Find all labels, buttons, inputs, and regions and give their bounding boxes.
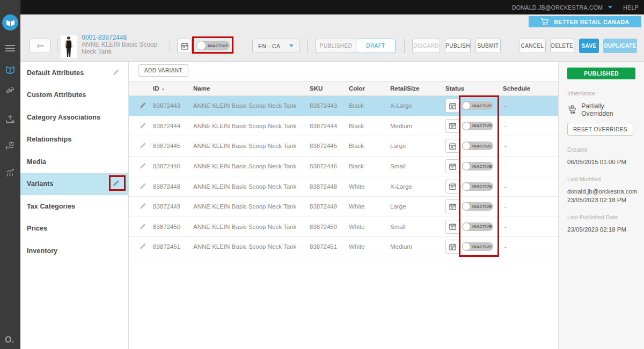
column-header-color[interactable]: Color	[349, 85, 365, 92]
cell-name: ANNE KLEIN Basic Scoop Neck Tank	[193, 224, 296, 230]
sidebar-item-default-attributes[interactable]: Default Attributes	[20, 62, 128, 84]
language-select[interactable]: EN - CA	[252, 39, 299, 53]
table-row[interactable]: 83872444ANNE KLEIN Basic Scoop Neck Tank…	[129, 116, 558, 137]
column-header-retailsize[interactable]: RetailSize	[390, 85, 419, 92]
table-row[interactable]: 83872449ANNE KLEIN Basic Scoop Neck Tank…	[129, 197, 558, 217]
edit-variant-icon[interactable]	[140, 222, 147, 231]
reset-overrides-button[interactable]: RESET OVERRIDES	[567, 123, 633, 136]
toggle-label: INACTIVE	[472, 103, 492, 108]
pencil-icon	[140, 182, 147, 189]
variant-schedule-calendar-button[interactable]	[445, 180, 459, 194]
cancel-button[interactable]: CANCEL	[519, 39, 546, 53]
variant-schedule-calendar-button[interactable]	[445, 240, 459, 254]
table-row[interactable]: 83872443ANNE KLEIN Basic Scoop Neck Tank…	[129, 96, 558, 116]
publish-button[interactable]: PUBLISH	[445, 39, 471, 53]
back-button[interactable]: ⇦	[30, 39, 51, 53]
variant-schedule-calendar-button[interactable]	[445, 119, 459, 133]
variant-status-toggle[interactable]: INACTIVE	[462, 162, 493, 170]
cell-name: ANNE KLEIN Basic Scoop Neck Tank	[193, 243, 296, 250]
variant-status-toggle[interactable]: INACTIVE	[462, 182, 493, 191]
sidebar-item-category-associations[interactable]: Category Associations	[20, 106, 128, 129]
sidebar-item-variants[interactable]: Variants	[20, 173, 128, 196]
table-row[interactable]: 83872448ANNE KLEIN Basic Scoop Neck Tank…	[129, 176, 558, 197]
sidebar-item-relationships[interactable]: Relationships	[20, 129, 128, 151]
edit-variant-icon[interactable]	[140, 122, 147, 130]
product-schedule-calendar-button[interactable]	[177, 39, 192, 53]
toggle-label: INACTIVE	[472, 184, 492, 189]
chevron-down-icon	[289, 44, 294, 47]
edit-variant-icon[interactable]	[140, 203, 147, 211]
duplicate-button[interactable]: DUPLICATE	[603, 39, 637, 53]
column-header-sku[interactable]: SKU	[310, 85, 323, 92]
variant-status-toggle[interactable]: INACTIVE	[462, 101, 493, 110]
column-header-name[interactable]: Name	[193, 85, 210, 92]
variant-status-toggle[interactable]: INACTIVE	[462, 202, 493, 211]
retailer-scope-button[interactable]: BETTER RETAIL CANADA	[529, 16, 641, 27]
table-row[interactable]: 83872446ANNE KLEIN Basic Scoop Neck Tank…	[129, 157, 558, 177]
sidebar-item-prices[interactable]: Prices	[20, 218, 128, 240]
cell-sku: 83872451	[310, 243, 337, 250]
column-header-status[interactable]: Status	[445, 85, 464, 92]
book-logo-icon	[6, 19, 15, 27]
edit-variant-icon[interactable]	[140, 102, 147, 110]
divider	[57, 39, 57, 53]
discard-button[interactable]: DISCARD	[412, 39, 440, 53]
variant-status-toggle[interactable]: INACTIVE	[462, 142, 493, 150]
variant-schedule-calendar-button[interactable]	[445, 220, 459, 234]
table-row[interactable]: 83872451ANNE KLEIN Basic Scoop Neck Tank…	[129, 237, 558, 257]
edit-variant-icon[interactable]	[140, 162, 147, 170]
settings-wrench-icon[interactable]	[0, 86, 20, 96]
edit-section-icon[interactable]	[113, 179, 120, 189]
variant-schedule-calendar-button[interactable]	[445, 159, 459, 173]
variant-schedule-calendar-button[interactable]	[445, 139, 459, 153]
add-variant-button[interactable]: ADD VARIANT	[138, 64, 188, 77]
delete-button[interactable]: DELETE	[550, 39, 574, 53]
toggle-label: INACTIVE	[208, 43, 229, 48]
variant-schedule-calendar-button[interactable]	[445, 199, 459, 213]
pencil-icon	[140, 162, 147, 169]
analytics-chart-icon[interactable]	[0, 167, 20, 178]
pencil-icon	[140, 203, 147, 210]
save-button[interactable]: SAVE	[579, 39, 599, 53]
sidebar-item-custom-attributes[interactable]: Custom Attributes	[20, 84, 128, 107]
variant-status-toggle[interactable]: INACTIVE	[462, 242, 493, 251]
edit-variant-icon[interactable]	[140, 142, 147, 150]
products-book-icon[interactable]	[0, 64, 20, 75]
toggle-knob	[197, 41, 206, 50]
last-modified-user: donald.jb@orckestra.com	[567, 188, 635, 195]
table-row[interactable]: 83872450ANNE KLEIN Basic Scoop Neck Tank…	[129, 217, 558, 237]
table-row[interactable]: 83872445ANNE KLEIN Basic Scoop Neck Tank…	[129, 136, 558, 157]
cell-id: 83872449	[153, 203, 180, 210]
import-export-icon[interactable]	[0, 114, 20, 124]
submit-button[interactable]: SUBMIT	[475, 39, 501, 53]
user-account-menu[interactable]: DONALD.JB@ORCKESTRA.COM	[512, 4, 603, 11]
variant-status-toggle[interactable]: INACTIVE	[462, 222, 493, 231]
divider	[170, 39, 170, 53]
tab-published[interactable]: PUBLISHED	[316, 39, 356, 53]
cell-id: 83872446	[153, 163, 180, 169]
edit-variant-icon[interactable]	[140, 182, 147, 190]
sidebar-item-inventory[interactable]: Inventory	[20, 240, 128, 262]
orckestra-logo[interactable]	[0, 14, 20, 31]
edit-variant-icon[interactable]	[140, 243, 147, 251]
sidebar-item-tax-categories[interactable]: Tax Categories	[20, 195, 128, 218]
variant-status-toggle[interactable]: INACTIVE	[462, 122, 493, 130]
fulfillment-hand-box-icon[interactable]	[0, 140, 20, 151]
edit-section-icon[interactable]	[113, 68, 120, 78]
column-header-schedule[interactable]: Schedule	[503, 85, 530, 92]
cell-id: 83872451	[153, 243, 180, 250]
last-modified-label: Last Modified	[567, 176, 635, 182]
variant-schedule-calendar-button[interactable]	[445, 99, 459, 113]
help-link[interactable]: HELP	[623, 4, 639, 11]
product-name: ANNE KLEIN Basic Scoop Neck Tank	[82, 41, 174, 55]
toggle-label: INACTIVE	[472, 144, 492, 148]
divider	[307, 39, 308, 53]
product-active-toggle[interactable]: INACTIVE	[196, 41, 230, 50]
sidebar-item-media[interactable]: Media	[20, 151, 128, 173]
publish-status-badge: PUBLISHED	[567, 68, 635, 79]
tab-draft[interactable]: DRAFT	[356, 39, 396, 53]
cell-retailsize: Large	[390, 143, 406, 149]
column-header-id[interactable]: ID▲	[153, 85, 165, 92]
sidebar-item-label: Default Attributes	[27, 69, 84, 77]
hamburger-menu-icon[interactable]	[0, 45, 20, 51]
